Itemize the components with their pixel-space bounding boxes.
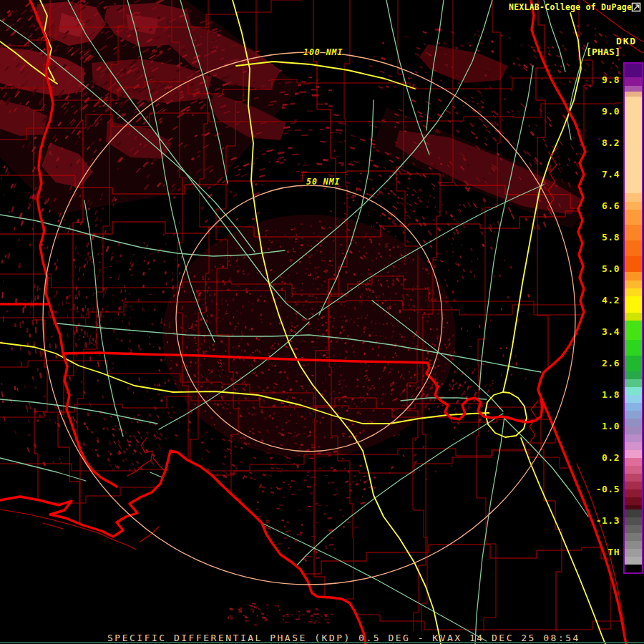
- colorbar-tick-label: -0.5: [581, 484, 620, 494]
- color-scale-segment: [625, 379, 642, 387]
- color-scale-segment: [625, 517, 642, 525]
- colorbar-tick-label: 5.8: [581, 232, 620, 243]
- color-scale-segment: [625, 92, 642, 97]
- color-scale-segment: [625, 557, 642, 565]
- colorbar-tick-label: -1.3: [581, 515, 620, 526]
- color-scale-segment: [625, 458, 642, 466]
- colorbar-tick-label: 0.2: [581, 452, 620, 463]
- radar-map: [0, 0, 644, 644]
- product-code-label: DKD: [616, 36, 637, 47]
- colorbar-tick-label: 9.8: [581, 74, 620, 85]
- flag-arrow-icon: [631, 2, 642, 13]
- color-scale-segment: [625, 450, 642, 458]
- color-scale-segment: [625, 387, 642, 395]
- color-scale-segment: [625, 64, 642, 77]
- colorbar-tick-label: 2.6: [581, 358, 620, 369]
- color-scale-segment: [625, 426, 642, 434]
- color-scale-segment: [625, 86, 642, 92]
- product-title-bar: SPECIFIC DIFFERENTIAL PHASE (KDP) 0.5 DE…: [107, 633, 580, 643]
- color-scale-segment: [625, 482, 642, 489]
- color-scale-segment: [625, 97, 642, 193]
- colorbar-tick-label: 8.2: [581, 137, 620, 148]
- colorbar-tick-label: 3.4: [581, 326, 620, 337]
- color-scale-segment: [625, 210, 642, 225]
- radar-display: NEXLAB-College of DuPage DKD [PHAS] 100 …: [0, 0, 644, 644]
- color-scale-segment: [625, 525, 642, 533]
- colorbar-tick-label: 1.0: [581, 421, 620, 431]
- color-scale-segment: [625, 356, 642, 371]
- color-scale-segment: [625, 371, 642, 379]
- color-scale-segment: [625, 280, 642, 288]
- color-scale-segment: [625, 202, 642, 210]
- color-scale-segment: [625, 419, 642, 426]
- colorbar-tick-label: 1.8: [581, 389, 620, 400]
- color-scale-segment: [625, 403, 642, 411]
- colorbar-tick-label: 4.2: [581, 295, 620, 306]
- color-scale-segment: [625, 442, 642, 450]
- color-scale-segment: [625, 340, 642, 356]
- colorbar-tick-label: 6.6: [581, 200, 620, 211]
- color-scale-segment: [625, 541, 642, 549]
- color-scale-segment: [625, 411, 642, 419]
- color-scale-segment: [625, 533, 642, 541]
- color-scale-segment: [625, 225, 642, 240]
- color-scale-segment: [625, 256, 642, 272]
- range-ring-label-50nmi: 50 NMI: [306, 177, 341, 187]
- units-label: [PHAS]: [586, 47, 620, 57]
- colorbar-tick-label: 5.0: [581, 263, 620, 274]
- color-scale-segment: [625, 434, 642, 442]
- range-ring-label-100nmi: 100 NMI: [303, 47, 343, 57]
- color-scale-segment: [625, 497, 642, 505]
- color-scale-segment: [625, 321, 642, 340]
- color-scale-segment: [625, 489, 642, 497]
- color-scale-segment: [625, 240, 642, 256]
- colorbar-tick-label: 9.0: [581, 106, 620, 117]
- color-scale-bar: [623, 62, 643, 574]
- color-scale-segment: [625, 549, 642, 557]
- color-scale-segment: [625, 313, 642, 321]
- color-scale-segment: [625, 474, 642, 482]
- color-scale-segment: [625, 565, 642, 572]
- colorbar-tick-label: TH: [581, 547, 620, 557]
- color-scale-segment: [625, 77, 642, 86]
- color-scale-segment: [625, 288, 642, 296]
- colorbar-tick-label: 7.4: [581, 169, 620, 180]
- color-scale-segment: [625, 395, 642, 403]
- color-scale-segment: [625, 466, 642, 474]
- color-scale-segment: [625, 509, 642, 517]
- brand-title: NEXLAB-College of DuPage: [509, 2, 632, 12]
- color-scale-segment: [625, 272, 642, 280]
- color-scale-segment: [625, 193, 642, 202]
- color-scale-segment: [625, 296, 642, 313]
